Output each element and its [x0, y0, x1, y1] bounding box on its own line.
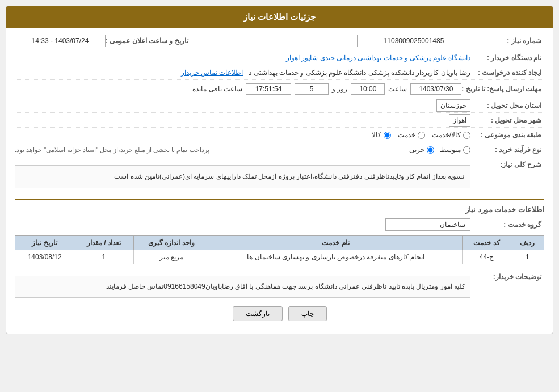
nooe-motavaset-radio[interactable] [463, 146, 470, 154]
mohlat-label: مهلت ارسال پاسخ: تا تاریخ : [461, 85, 544, 93]
print-button[interactable]: چاپ [288, 306, 327, 321]
cell-radif: 1 [511, 250, 544, 264]
mohlat-remaining-label: ساعت باقی مانده [192, 85, 242, 93]
tarikh-value: 1403/07/24 - 14:33 [15, 35, 106, 47]
tabaghe-kala-khedmat-label: کالا/خدمت [432, 131, 461, 139]
nooe-jazee-item: جزیی [409, 146, 434, 154]
goroh-label: گروه خدمت : [470, 221, 544, 229]
nooe-label: نوع فرآیند خرید : [470, 146, 544, 154]
nooe-description: پرداخت تمام یا بخشی از مبلغ خرید،از محل … [15, 146, 404, 154]
sharh-container: تسویه بعداز اتمام کار وتاییدناظرفنی دفتر… [15, 165, 470, 188]
shomara-label: شماره نیاز : [470, 37, 544, 45]
table-row: 1ج-44انجام کارهای متفرقه درخصوص بازسازی … [15, 250, 544, 264]
col-nam: نام خدمت [209, 236, 463, 250]
mohlat-date: 1403/07/30 [410, 83, 461, 95]
sharh-title-label: شرح کلی نیاز: [470, 161, 544, 193]
tabaghe-kala-item: کالا [372, 131, 391, 139]
shahr-label: شهر محل تحویل : [470, 116, 544, 124]
sharh-text: تسویه بعداز اتمام کار وتاییدناظرفنی دفتر… [21, 171, 464, 182]
services-table: ردیف کد خدمت نام خدمت واحد اندازه گیری ت… [15, 235, 544, 264]
section-divider [15, 199, 544, 200]
col-vahed: واحد اندازه گیری [133, 236, 209, 250]
tarikh-label: تاریخ و ساعت اعلان عمومی : [106, 37, 191, 45]
tozihat-container: کلیه امور ومتریال بایده تایید ناظرفنی عم… [15, 276, 470, 297]
cell-tarikh: 1403/08/12 [15, 250, 74, 264]
cell-vahed: مربع متر [133, 250, 209, 264]
tabaghe-kala-khedmat-radio[interactable] [463, 132, 470, 139]
mohlat-remaining: 17:51:54 [246, 83, 291, 95]
tabaghe-kala-label: کالا [372, 131, 381, 139]
shahr-value: اهواز [449, 114, 470, 127]
mohlat-rooz: 5 [295, 83, 329, 95]
ostan-label: استان محل تحویل : [470, 102, 544, 109]
goroh-value: ساختمان [385, 218, 470, 231]
cell-nam: انجام کارهای متفرقه درخصوص بازسازی و بهس… [209, 250, 463, 264]
tozihat-text: کلیه امور ومتریال بایده تایید ناظرفنی عم… [20, 281, 465, 292]
ijad-value: رضا باویان کاربردار دانشکده پزشکی دانشگا… [15, 69, 470, 77]
bottom-buttons: چاپ بازگشت [15, 306, 544, 327]
ostan-value: خوزستان [436, 99, 470, 112]
tabaghe-khedmat-item: خدمت [398, 131, 425, 139]
ijad-link[interactable]: اطلاعات تماس خریدار [181, 69, 243, 77]
tabaghe-kala-radio[interactable] [384, 132, 391, 139]
shomara-value: 1103009025001485 [357, 35, 470, 47]
nooe-motavaset-label: متوسط [440, 146, 461, 154]
nooe-motavaset-item: متوسط [440, 146, 470, 154]
tabaghe-kala-khedmat-item: کالا/خدمت [432, 131, 470, 139]
nam-dasgah-value: دانشگاه علوم پزشکی و خدمات بهداشتی درمان… [15, 54, 470, 62]
col-tarikh: تاریخ نیاز [15, 236, 74, 250]
back-button[interactable]: بازگشت [233, 306, 283, 321]
col-code: کد خدمت [463, 236, 511, 250]
mohlat-saat: 10:00 [351, 83, 385, 95]
cell-code: ج-44 [463, 250, 511, 264]
tabaghe-khedmat-label: خدمت [398, 131, 415, 139]
col-radif: ردیف [511, 236, 544, 250]
nam-dasgah-label: نام دستگاه خریدار : [470, 54, 544, 62]
nooe-jazee-radio[interactable] [427, 146, 434, 154]
nooe-jazee-label: جزیی [409, 146, 424, 154]
col-tedad: تعداد / مقدار [74, 236, 133, 250]
tabaghe-khedmat-radio[interactable] [418, 132, 425, 139]
tozihat-label: توضیحات خریدار: [470, 270, 544, 281]
services-title: اطلاعات خدمات مورد نیاز [15, 205, 544, 214]
mohlat-saat-label: ساعت [388, 85, 407, 93]
tabaghe-label: طبقه بندی موضوعی : [470, 131, 544, 139]
cell-tedad: 1 [74, 250, 133, 264]
ijad-label: ایجاد کننده درخواست : [470, 69, 544, 77]
mohlat-rooz-label: روز و [332, 85, 347, 93]
page-title: جزئیات اطلاعات نیاز [6, 6, 553, 28]
services-section: اطلاعات خدمات مورد نیاز گروه خدمت : ساخت… [15, 205, 544, 264]
